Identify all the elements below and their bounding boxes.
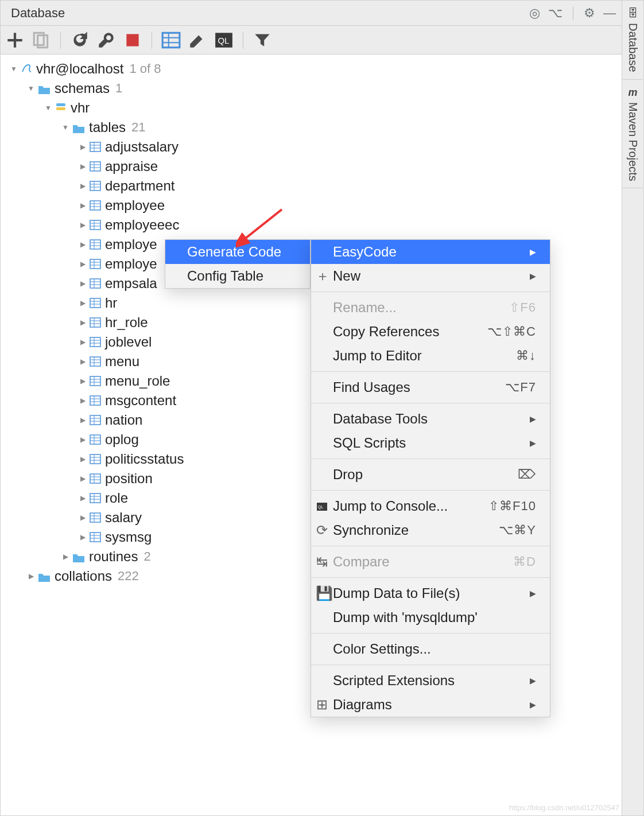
connection-node[interactable]: vhr@localhost 1 of 8 [1, 59, 622, 79]
filter-icon[interactable] [253, 30, 272, 50]
menu-synchronize[interactable]: ⟳ Synchronize ⌥⌘Y [311, 518, 550, 542]
menu-color-settings[interactable]: Color Settings... [311, 637, 550, 661]
chevron-right-icon[interactable] [77, 298, 88, 308]
chevron-right-icon[interactable] [77, 532, 88, 542]
svg-rect-79 [90, 474, 100, 483]
menu-drop[interactable]: Drop ⌦ [311, 463, 550, 487]
svg-rect-71 [90, 435, 100, 444]
wrench-icon[interactable] [96, 30, 116, 50]
side-tab-label: Maven Projects [626, 102, 639, 181]
chevron-right-icon[interactable] [77, 161, 88, 172]
add-button[interactable] [5, 30, 25, 50]
panel-header: Database ◎ ⌥ ⚙ — [1, 1, 622, 26]
menu-separator [311, 490, 550, 491]
shortcut: ⇧⌘F10 [488, 499, 536, 514]
chevron-right-icon[interactable] [77, 376, 88, 386]
svg-rect-63 [90, 396, 100, 405]
menu-label: EasyCode [333, 244, 397, 260]
table-icon [89, 160, 102, 173]
tables-node[interactable]: tables 21 [1, 118, 622, 137]
chevron-right-icon[interactable] [77, 239, 88, 250]
chevron-down-icon[interactable] [60, 122, 71, 133]
menu-new[interactable]: ＋ New ▶ [311, 264, 550, 288]
shortcut: ⌘D [513, 554, 536, 569]
chevron-right-icon[interactable] [77, 415, 88, 425]
chevron-right-icon[interactable] [77, 200, 88, 211]
target-icon[interactable]: ◎ [529, 6, 540, 21]
menu-database-tools[interactable]: Database Tools ▶ [311, 407, 550, 431]
chevron-right-icon[interactable] [77, 181, 88, 191]
tables-label: tables [89, 119, 126, 135]
menu-label: Rename... [333, 300, 397, 316]
chevron-right-icon[interactable] [77, 473, 88, 484]
chevron-right-icon[interactable] [77, 356, 88, 367]
chevron-down-icon[interactable] [43, 103, 53, 113]
chevron-right-icon[interactable] [77, 434, 88, 445]
chevron-down-icon[interactable] [26, 83, 36, 94]
table-node[interactable]: appraise [1, 157, 622, 176]
console-icon[interactable]: QL [214, 30, 234, 50]
menu-diagrams[interactable]: ⊞ Diagrams ▶ [311, 693, 550, 717]
table-node[interactable]: employee [1, 196, 622, 215]
side-tab-maven[interactable]: m Maven Projects [623, 80, 643, 189]
chevron-down-icon[interactable] [9, 64, 19, 74]
menu-jump-console[interactable]: QL Jump to Console... ⇧⌘F10 [311, 494, 550, 518]
watermark: https://blog.csdn.net/u012702547 [509, 803, 619, 812]
menu-dump-mysqldump[interactable]: Dump with 'mysqldump' [311, 605, 550, 630]
svg-rect-47 [90, 318, 100, 327]
chevron-right-icon[interactable] [77, 493, 88, 503]
menu-separator [311, 292, 550, 292]
table-label: role [105, 490, 128, 506]
refresh-button[interactable] [70, 30, 90, 50]
database-label: vhr [71, 100, 90, 116]
collapse-icon[interactable]: ⌥ [548, 6, 562, 21]
shortcut: ⌥F7 [505, 380, 536, 395]
table-icon [89, 258, 102, 270]
database-node[interactable]: vhr [1, 98, 622, 118]
table-icon [89, 316, 102, 329]
table-view-icon[interactable] [161, 30, 181, 50]
minimize-icon[interactable]: — [603, 6, 616, 21]
submenu[interactable]: Generate Code Config Table [165, 239, 311, 289]
menu-config-table[interactable]: Config Table [165, 264, 310, 288]
edit-icon[interactable] [188, 30, 207, 50]
chevron-right-icon[interactable] [77, 317, 88, 328]
chevron-right-icon[interactable] [77, 454, 88, 464]
stop-button[interactable] [123, 30, 142, 50]
duplicate-button[interactable] [32, 30, 51, 50]
side-tab-label: Database [626, 23, 639, 72]
context-menu[interactable]: EasyCode ▶ ＋ New ▶ Rename... ⇧F6 Copy Re… [311, 239, 550, 717]
menu-dump-file[interactable]: 💾 Dump Data to File(s) ▶ [311, 581, 550, 605]
chevron-right-icon[interactable] [77, 395, 88, 406]
table-node[interactable]: department [1, 176, 622, 196]
chevron-right-icon[interactable] [77, 337, 88, 347]
table-node[interactable]: adjustsalary [1, 137, 622, 157]
table-icon [89, 199, 102, 212]
menu-generate-code[interactable]: Generate Code [165, 240, 310, 264]
table-node[interactable]: employeeec [1, 215, 622, 235]
table-icon [89, 297, 102, 309]
schemas-node[interactable]: schemas 1 [1, 79, 622, 98]
menu-scripted-extensions[interactable]: Scripted Extensions ▶ [311, 669, 550, 693]
shortcut: ⌦ [518, 467, 536, 482]
menu-label: SQL Scripts [333, 435, 406, 451]
table-icon [89, 219, 102, 231]
chevron-right-icon[interactable] [77, 512, 88, 523]
menu-find-usages[interactable]: Find Usages ⌥F7 [311, 375, 550, 399]
separator [60, 32, 61, 49]
chevron-right-icon[interactable] [26, 571, 36, 581]
gear-icon[interactable]: ⚙ [584, 6, 595, 21]
menu-easycode[interactable]: EasyCode ▶ [311, 240, 550, 264]
side-tab-database[interactable]: 🗄 Database [623, 1, 643, 80]
chevron-right-icon[interactable] [77, 142, 88, 152]
svg-rect-39 [90, 279, 100, 288]
chevron-right-icon[interactable] [77, 220, 88, 230]
menu-jump-editor[interactable]: Jump to Editor ⌘↓ [311, 344, 550, 368]
chevron-right-icon[interactable] [77, 259, 88, 269]
table-icon [89, 394, 102, 407]
shortcut: ⌘↓ [516, 348, 536, 363]
menu-sql-scripts[interactable]: SQL Scripts ▶ [311, 431, 550, 455]
chevron-right-icon[interactable] [60, 551, 71, 562]
menu-copy-references[interactable]: Copy References ⌥⇧⌘C [311, 320, 550, 344]
chevron-right-icon[interactable] [77, 278, 88, 289]
